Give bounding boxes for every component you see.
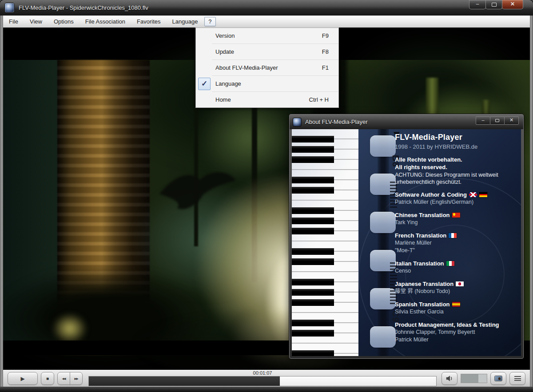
menubar-item-language[interactable]: Language xyxy=(167,16,204,27)
credit-name: Patrick Müller (English/German) xyxy=(395,198,517,206)
playback-control-bar: ▶ ■ ◂◂ ▸▸ 00:01:07 xyxy=(3,370,530,387)
credit-role: Italian Translation xyxy=(395,260,517,267)
credit-role: French Translation xyxy=(395,232,517,239)
about-app-title: FLV-Media-Player xyxy=(395,133,517,142)
piano-black-key xyxy=(292,146,334,153)
rights-note: ACHTUNG: Dieses Programm ist weltweit ur… xyxy=(395,171,517,186)
piano-black-key xyxy=(292,177,334,183)
piano-black-key xyxy=(292,350,334,356)
credit-role: Chinese Translation xyxy=(395,211,517,219)
menubar-item-view[interactable]: View xyxy=(24,16,48,27)
rewind-icon: ◂◂ xyxy=(62,376,65,381)
rewind-button[interactable]: ◂◂ xyxy=(57,372,70,385)
menubar-item-file-association[interactable]: File Association xyxy=(80,16,131,27)
about-title-bar[interactable]: About FLV-Media-Player – ✕ xyxy=(290,115,523,129)
menubar-item-file[interactable]: File xyxy=(3,16,24,27)
about-content: ▼ B8 C9 FLV-Media-Player 1998 - 2011 by … xyxy=(292,129,521,356)
menu-item-about-flv-media-player[interactable]: About FLV-Media-PlayerF1 xyxy=(196,60,338,75)
credit-role: Spanish Translation xyxy=(395,301,517,308)
about-copyright: 1998 - 2011 by HYBRIDWEB.de xyxy=(395,143,517,150)
volume-slider[interactable] xyxy=(461,374,487,383)
menu-item-label: About FLV-Media-Player xyxy=(215,64,278,71)
display-icon xyxy=(495,376,502,381)
speaker-icon xyxy=(445,375,453,382)
piano-black-key xyxy=(292,279,334,285)
credit-block: Spanish TranslationSilvia Esther Garcia xyxy=(395,301,517,316)
flag-uk-icon xyxy=(469,192,477,197)
menu-item-language[interactable]: ✓Language xyxy=(196,76,338,91)
menu-item-label: Home xyxy=(215,96,231,103)
credit-name: Marlène Müller xyxy=(395,239,517,247)
credit-name: Censo xyxy=(395,267,517,275)
title-bar[interactable]: FLV-Media-Player - SpiderwickChronicles_… xyxy=(0,0,533,16)
credit-role: Japanese Translation xyxy=(395,280,517,288)
credit-name: Patrick Müller xyxy=(395,336,517,344)
piano-black-key xyxy=(292,299,334,306)
credit-name: 藤堂 昇 (Noboru Todo) xyxy=(395,288,517,295)
credit-role: Software Author & Coding xyxy=(395,191,517,198)
flag-es-icon xyxy=(452,302,460,307)
app-window: FLV-Media-Player - SpiderwickChronicles_… xyxy=(0,0,533,392)
flag-jp-icon xyxy=(456,281,464,286)
app-logo-icon xyxy=(293,118,301,126)
about-minimize-button[interactable]: – xyxy=(476,116,490,125)
menu-item-version[interactable]: VersionF9 xyxy=(196,28,338,44)
piano-black-key xyxy=(292,136,334,143)
about-maximize-button[interactable] xyxy=(490,116,505,125)
menu-item-shortcut: F1 xyxy=(322,64,329,71)
menu-item-shortcut: F9 xyxy=(322,32,329,39)
piano-keys-artwork xyxy=(292,129,358,356)
maximize-icon xyxy=(495,119,499,122)
play-button[interactable]: ▶ xyxy=(8,372,38,385)
menubar-item-favorites[interactable]: Favorites xyxy=(131,16,166,27)
flag-de-icon xyxy=(479,192,487,197)
flag-cn-icon xyxy=(452,213,460,218)
minimize-button[interactable]: – xyxy=(469,0,486,9)
mute-button[interactable] xyxy=(442,372,457,385)
flag-fr-icon xyxy=(449,233,457,238)
menu-item-shortcut: F8 xyxy=(322,48,329,55)
forward-button[interactable]: ▸▸ xyxy=(70,372,83,385)
credit-name: Silvia Esther Garcia xyxy=(395,308,517,316)
piano-black-key xyxy=(292,258,334,265)
app-logo-icon xyxy=(5,3,14,12)
menubar-item-options[interactable]: Options xyxy=(48,16,80,27)
slider-track-artwork xyxy=(378,129,389,356)
menu-bar: FileViewOptionsFile AssociationFavorites… xyxy=(3,16,530,28)
credit-block: French TranslationMarlène Müller"Moe-T" xyxy=(395,232,517,254)
window-border-bottom xyxy=(0,387,533,392)
seek-bar[interactable] xyxy=(88,376,437,386)
window-border-right xyxy=(530,16,533,387)
fullscreen-button[interactable] xyxy=(490,372,506,385)
menubar-item-[interactable]: ? xyxy=(204,17,215,26)
about-dialog[interactable]: About FLV-Media-Player – ✕ ▼ B8 C9 xyxy=(289,114,524,359)
forward-icon: ▸▸ xyxy=(74,376,78,381)
bird-silhouette xyxy=(154,166,239,220)
about-close-button[interactable]: ✕ xyxy=(504,116,519,125)
credit-block: Software Author & CodingPatrick Müller (… xyxy=(395,191,517,206)
credit-name: Johnnie Clapper, Tommy Beyertt xyxy=(395,329,517,336)
seek-bar-fill xyxy=(89,376,280,386)
close-button[interactable]: ✕ xyxy=(502,0,523,9)
piano-black-key xyxy=(292,289,334,296)
piano-black-key xyxy=(292,156,334,163)
credit-name: "Moe-T" xyxy=(395,247,517,254)
video-display-area[interactable]: VersionF9UpdateF8About FLV-Media-PlayerF… xyxy=(3,28,530,370)
credit-role: Product Management, Ideas & Testing xyxy=(395,321,517,329)
playlist-button[interactable] xyxy=(509,372,525,385)
about-dialog-title: About FLV-Media-Player xyxy=(305,119,368,125)
maximize-icon xyxy=(492,3,497,7)
checkmark-icon: ✓ xyxy=(198,78,211,90)
play-icon: ▶ xyxy=(20,376,24,382)
menu-item-label: Update xyxy=(215,48,234,55)
credit-block: Product Management, Ideas & TestingJohnn… xyxy=(395,321,517,344)
maximize-button[interactable] xyxy=(485,0,502,9)
stop-button[interactable]: ■ xyxy=(41,372,54,385)
menu-item-update[interactable]: UpdateF8 xyxy=(196,44,338,59)
rights-line-en: All rights reserved. xyxy=(395,163,517,171)
menu-item-shortcut: Ctrl + H xyxy=(309,96,329,103)
playback-timestamp: 00:01:07 xyxy=(253,370,272,376)
piano-black-key xyxy=(292,228,334,234)
menu-item-home[interactable]: HomeCtrl + H xyxy=(196,92,338,107)
piano-black-key xyxy=(292,218,334,224)
